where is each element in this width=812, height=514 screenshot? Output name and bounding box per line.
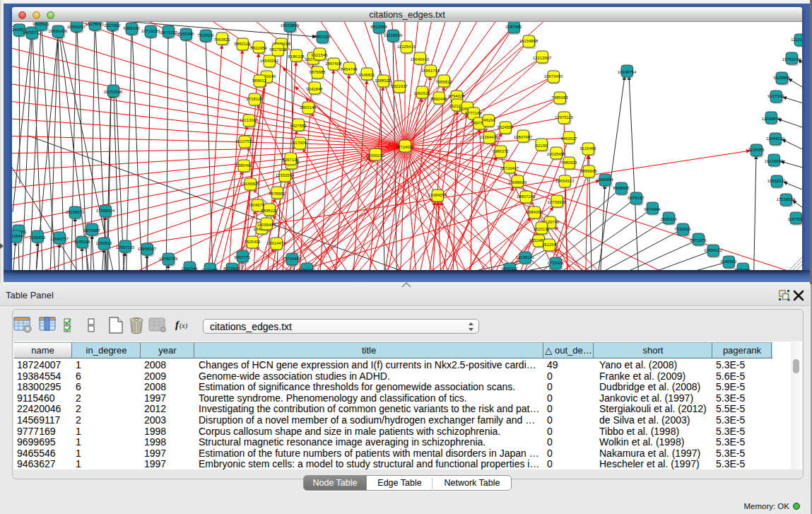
svg-text:8678552: 8678552 [269,192,286,196]
svg-text:7986372: 7986372 [492,149,509,153]
svg-text:18724007: 18724007 [396,145,415,149]
svg-text:989012: 989012 [252,78,267,83]
svg-text:15751074: 15751074 [782,57,801,62]
svg-text:12213369: 12213369 [240,118,259,122]
svg-text:9227342: 9227342 [767,94,784,98]
svg-text:1167533: 1167533 [788,217,802,221]
svg-text:12093873: 12093873 [762,117,781,121]
svg-text:8990448: 8990448 [430,97,447,101]
svg-text:12444159: 12444159 [766,136,785,141]
svg-text:9321546: 9321546 [311,53,328,57]
svg-text:9860124: 9860124 [234,42,251,46]
svg-text:2087682: 2087682 [505,25,522,29]
svg-text:9450112: 9450112 [502,267,519,270]
svg-text:16961758: 16961758 [421,69,440,73]
svg-text:2867608: 2867608 [325,62,342,66]
svg-text:1615132: 1615132 [533,227,550,231]
svg-text:9129966: 9129966 [773,76,790,80]
svg-text:1292346: 1292346 [181,267,198,270]
svg-text:20206573: 20206573 [66,210,85,214]
svg-text:8272610: 8272610 [223,267,240,270]
svg-text:19654923: 19654923 [555,179,575,183]
svg-text:(x): (x) [180,322,188,330]
svg-text:9084067: 9084067 [526,210,543,214]
svg-text:9146821: 9146821 [358,73,375,77]
svg-text:9777169: 9777169 [465,111,482,115]
svg-text:21364436: 21364436 [480,135,499,139]
svg-text:1156829: 1156829 [30,235,47,240]
svg-text:19958107: 19958107 [138,247,157,251]
svg-text:3215955: 3215955 [748,148,765,152]
svg-text:8813054: 8813054 [370,25,387,29]
svg-text:9899695: 9899695 [580,169,597,173]
svg-text:1733426: 1733426 [547,261,564,265]
svg-text:8427552: 8427552 [290,124,307,128]
svg-text:17359924: 17359924 [96,209,115,213]
svg-text:9242848: 9242848 [306,87,323,91]
svg-text:8186328: 8186328 [288,54,305,59]
svg-text:12942757: 12942757 [50,237,69,241]
svg-text:9605521: 9605521 [33,22,49,26]
svg-text:1362615: 1362615 [413,91,430,95]
svg-text:10648764: 10648764 [618,70,637,74]
svg-text:18300295: 18300295 [366,153,385,158]
svg-text:19716485: 19716485 [283,257,302,261]
svg-text:8293412: 8293412 [298,268,315,270]
svg-text:19384554: 19384554 [428,193,447,197]
svg-text:17957255: 17957255 [116,245,135,250]
svg-text:16210643: 16210643 [765,159,784,163]
svg-text:20053346: 20053346 [104,90,123,94]
svg-text:3498222: 3498222 [261,209,278,213]
svg-text:1640954: 1640954 [596,177,613,182]
svg-text:9245652: 9245652 [720,259,737,264]
svg-text:917006: 917006 [293,141,307,145]
svg-text:8155346: 8155346 [177,32,194,36]
svg-text:16107553: 16107553 [235,139,254,144]
svg-text:8920451: 8920451 [734,268,751,270]
svg-text:12353594: 12353594 [276,173,295,177]
svg-text:7480503: 7480503 [560,160,577,165]
svg-text:1145194: 1145194 [74,240,91,244]
svg-text:3624554: 3624554 [497,125,514,129]
svg-text:10553267: 10553267 [67,25,86,29]
svg-text:17016504: 17016504 [777,197,796,201]
svg-text:16033809: 16033809 [281,23,300,28]
svg-text:2718126: 2718126 [246,97,263,101]
svg-text:16154808: 16154808 [519,39,539,43]
svg-text:6879197: 6879197 [628,196,645,200]
svg-text:3875685: 3875685 [309,70,326,74]
svg-text:7857224: 7857224 [314,35,331,39]
svg-text:7955812: 7955812 [435,80,452,84]
svg-text:19218506: 19218506 [384,33,403,37]
svg-text:10671355: 10671355 [159,30,178,35]
svg-text:2803144: 2803144 [300,105,317,110]
svg-text:9975687: 9975687 [83,228,100,233]
svg-text:2935114: 2935114 [661,217,678,221]
svg-text:16543362: 16543362 [260,59,279,63]
svg-text:8912954: 8912954 [250,46,267,50]
svg-text:16914479: 16914479 [267,241,286,245]
svg-text:10756928: 10756928 [548,200,567,204]
svg-text:1685492: 1685492 [235,163,252,168]
svg-text:10025458: 10025458 [547,152,566,156]
svg-text:14099489: 14099489 [257,223,276,227]
svg-text:10719155: 10719155 [141,29,160,33]
svg-text:8454749: 8454749 [341,67,358,71]
svg-text:8471676: 8471676 [690,238,707,243]
svg-text:15278021: 15278021 [86,22,105,26]
svg-text:7515526: 7515526 [197,33,214,37]
svg-text:10807487: 10807487 [514,135,533,139]
svg-text:7663822: 7663822 [213,37,230,42]
svg-text:9827503: 9827503 [269,47,286,52]
svg-text:6794028: 6794028 [448,94,465,98]
svg-text:8938925: 8938925 [613,186,630,190]
svg-text:14136141: 14136141 [516,255,535,259]
svg-text:20691406: 20691406 [49,29,68,33]
svg-text:15692971: 15692971 [767,179,787,183]
svg-text:10688609: 10688609 [508,180,527,185]
svg-text:1250515: 1250515 [95,241,112,245]
svg-text:19166825: 19166825 [241,182,260,186]
svg-text:8267130: 8267130 [282,158,299,162]
svg-text:12975115: 12975115 [555,115,574,119]
svg-text:1588520: 1588520 [375,78,392,83]
